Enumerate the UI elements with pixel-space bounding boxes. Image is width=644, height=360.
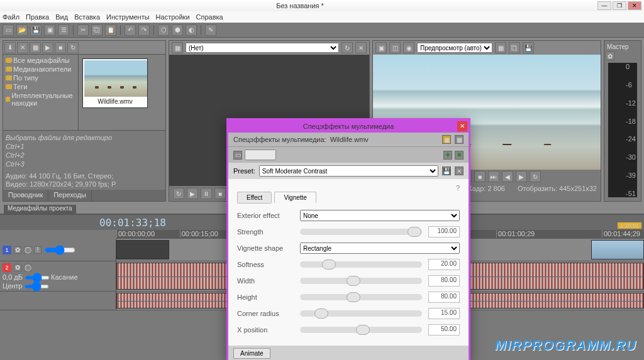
animate-button[interactable]: Animate (233, 348, 270, 359)
menu-tools[interactable]: Инструменты (106, 13, 150, 21)
stop-icon[interactable]: ■ (474, 171, 486, 182)
tree-item-smart[interactable]: Интеллектуальные находки (4, 91, 77, 107)
menu-file[interactable]: Файл (3, 13, 19, 21)
tab-transitions[interactable]: Переходы (48, 190, 92, 201)
menu-settings[interactable]: Настройки (156, 13, 190, 21)
fx-plugin-chip[interactable] (245, 150, 276, 160)
paste-icon[interactable]: 📋 (105, 25, 116, 36)
tool-icon[interactable]: ✎ (205, 25, 216, 36)
stop-icon[interactable]: ■ (55, 42, 66, 53)
fx-refresh-icon[interactable]: ↻ (341, 42, 353, 53)
copy-icon[interactable]: ⿻ (91, 25, 103, 36)
remove-icon[interactable]: ✕ (17, 42, 28, 53)
next-frame-icon[interactable]: ▶ (516, 171, 527, 182)
pause-icon[interactable]: ⏸ (201, 188, 212, 199)
tab-effect[interactable]: Effect (237, 192, 272, 204)
xpos-value[interactable]: 50.00 (428, 324, 460, 335)
master-fx-icon[interactable]: ✿ (606, 52, 614, 60)
menu-help[interactable]: Справка (196, 13, 223, 21)
height-value[interactable]: 80.00 (428, 292, 460, 303)
height-slider[interactable] (300, 294, 422, 300)
prev-frame-icon[interactable]: ◀ (502, 171, 513, 182)
refresh-icon[interactable]: ↻ (67, 42, 79, 53)
track-solo-icon[interactable]: ! (34, 246, 42, 254)
properties-icon[interactable]: ☰ (58, 25, 69, 36)
marker[interactable]: 1:20;01 (618, 222, 641, 229)
chain-icon[interactable]: ▦ (172, 42, 183, 53)
track-level-slider[interactable] (44, 248, 75, 253)
xpos-slider[interactable] (300, 327, 422, 333)
softness-slider[interactable] (300, 261, 422, 268)
tree-item-tags[interactable]: Теги (4, 82, 77, 91)
width-value[interactable]: 80.00 (428, 275, 460, 286)
fx-select[interactable]: (Нет) (186, 43, 339, 53)
tab-explorer[interactable]: Проводник (3, 190, 48, 201)
copy-frame-icon[interactable]: ⿻ (509, 42, 520, 53)
play-icon[interactable]: ▶ (42, 42, 53, 53)
audio-track-header[interactable]: 2 ✿ ◯ 0,0 дБ Касание Центр (0, 261, 116, 291)
track-mute-icon[interactable]: ◯ (24, 264, 31, 271)
fx-help-icon[interactable]: ? (237, 184, 460, 192)
track-mute-icon[interactable]: ◯ (24, 246, 31, 254)
tree-item-bytype[interactable]: По типу (4, 74, 77, 82)
ripple-icon[interactable]: ⬢ (172, 25, 183, 36)
strength-value[interactable]: 100.00 (428, 226, 460, 237)
tree-item-drives[interactable]: Медианакопители (4, 65, 77, 74)
fx-dialog-title-bar[interactable]: Спецэффекты мультимедиа ✕ (228, 120, 469, 133)
corner-value[interactable]: 15.00 (428, 308, 460, 319)
stop-icon[interactable]: ■ (214, 188, 226, 199)
delete-preset-icon[interactable]: ✕ (455, 166, 464, 175)
cut-icon[interactable]: ✂ (77, 25, 89, 36)
import-icon[interactable]: ⬇ (4, 42, 16, 53)
fx-delete-icon[interactable]: ✕ (355, 42, 367, 53)
save-preset-icon[interactable]: 💾 (442, 166, 451, 175)
strength-slider[interactable] (300, 229, 422, 235)
views-icon[interactable]: ▦ (30, 42, 41, 53)
media-thumb[interactable]: Wildlife.wmv (82, 58, 148, 108)
tab-vignette[interactable]: Vignette (274, 192, 316, 204)
overlays-icon[interactable]: ▦ (495, 42, 506, 53)
preset-select[interactable]: Soft Moderate Contrast (259, 165, 438, 177)
tree-item-all[interactable]: Все медиафайлы (4, 56, 77, 65)
vol-slider[interactable] (25, 276, 50, 280)
play-icon[interactable]: ▶ (187, 188, 198, 199)
fx-pan-icon[interactable]: ▦ (442, 135, 451, 144)
new-icon[interactable]: ▭ (3, 25, 14, 36)
fx-options-icon[interactable]: ▦ (455, 135, 464, 144)
add-fx-icon[interactable]: ✚ (443, 151, 452, 160)
close-button[interactable]: ✕ (628, 1, 641, 10)
snap-icon[interactable]: ⬡ (158, 25, 169, 36)
audio-track-header-b[interactable] (0, 292, 116, 310)
redo-icon[interactable]: ↷ (138, 25, 150, 36)
softness-value[interactable]: 20.00 (428, 259, 460, 270)
shape-select[interactable]: Rectangle (300, 243, 460, 254)
width-slider[interactable] (300, 278, 422, 284)
track-fx-icon[interactable]: ✿ (14, 246, 21, 254)
fx-close-button[interactable]: ✕ (457, 121, 467, 131)
minimize-button[interactable]: — (597, 1, 611, 10)
video-clip-2[interactable] (591, 240, 644, 259)
go-end-icon[interactable]: ⏭ (488, 171, 499, 182)
open-icon[interactable]: 📂 (16, 25, 28, 36)
pan-crop-icon[interactable]: ▭ (233, 151, 242, 160)
remove-fx-icon[interactable]: ✖ (455, 151, 464, 160)
corner-slider[interactable] (300, 310, 422, 317)
save-frame-icon[interactable]: 💾 (523, 42, 534, 53)
menu-view[interactable]: Вид (55, 13, 68, 21)
split-icon[interactable]: ◫ (389, 42, 401, 53)
render-icon[interactable]: ▣ (44, 25, 55, 36)
autofade-icon[interactable]: ◐ (186, 25, 197, 36)
external-icon[interactable]: ▣ (375, 42, 387, 53)
save-icon[interactable]: 💾 (30, 25, 42, 36)
pan-slider[interactable] (24, 285, 49, 288)
track-fx-icon[interactable]: ✿ (14, 264, 21, 271)
video-track-header[interactable]: 1 ✿ ◯ ! (0, 239, 116, 261)
exterior-select[interactable]: None (300, 210, 460, 221)
maximize-button[interactable]: ❐ (613, 1, 626, 10)
loop-icon[interactable]: ↻ (173, 188, 184, 199)
quality-icon[interactable]: ◉ (403, 42, 414, 53)
video-clip[interactable] (116, 240, 169, 259)
loop-icon[interactable]: ↻ (530, 171, 541, 182)
menu-insert[interactable]: Вставка (74, 13, 100, 21)
undo-icon[interactable]: ↶ (125, 25, 136, 36)
